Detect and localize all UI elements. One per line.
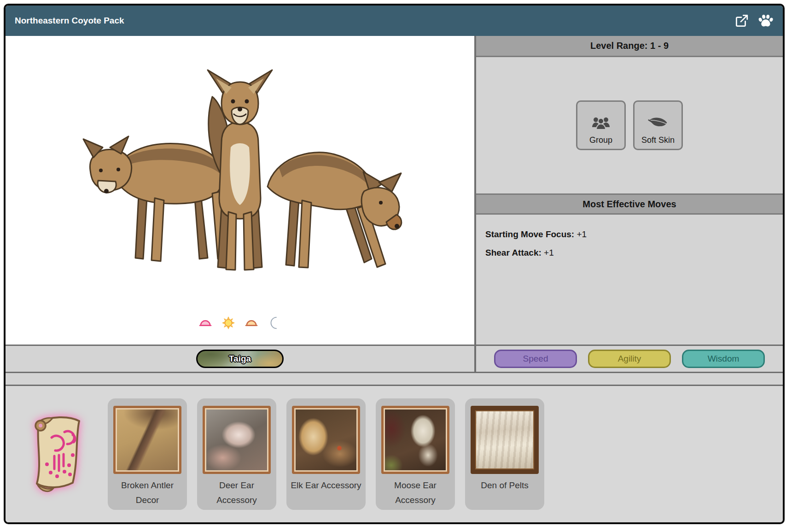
effective-moves-list: Starting Move Focus: +1 Shear Attack: +1 (476, 215, 783, 345)
dusk-icon (245, 316, 258, 330)
main-area: Level Range: 1 - 9 Group (6, 36, 783, 345)
drops-panel: Broken Antler Decor Deer Ear Accessory E… (6, 386, 783, 522)
drop-card-label: Elk Ear Accessory (288, 478, 364, 493)
night-icon (268, 316, 281, 330)
move-entry: Starting Move Focus: +1 (485, 229, 774, 240)
move-value: +1 (544, 248, 554, 257)
stat-pill-wisdom[interactable]: Wisdom (682, 350, 765, 368)
drop-card-list: Broken Antler Decor Deer Ear Accessory E… (108, 398, 544, 510)
drop-card-label: Broken Antler Decor (108, 478, 187, 508)
drop-card-moose-ear-accessory[interactable]: Moose Ear Accessory (376, 398, 455, 510)
drop-card-label: Deer Ear Accessory (197, 478, 276, 508)
trait-button-group[interactable]: Group (576, 100, 626, 150)
dawn-icon (198, 316, 212, 330)
trait-label: Soft Skin (641, 135, 675, 145)
enemy-info-panel: Level Range: 1 - 9 Group (474, 36, 783, 345)
page-title: Northeastern Coyote Pack (15, 16, 124, 26)
feather-icon (648, 114, 668, 132)
drop-card-den-of-pelts[interactable]: Den of Pelts (465, 398, 544, 510)
stat-pill-agility[interactable]: Agility (588, 350, 671, 368)
paw-icon[interactable] (757, 12, 774, 29)
drop-card-elk-ear-accessory[interactable]: Elk Ear Accessory (286, 398, 366, 510)
divider-band (6, 373, 783, 386)
level-range-header: Level Range: 1 - 9 (476, 36, 783, 57)
stat-pill-speed[interactable]: Speed (494, 350, 577, 368)
effective-moves-header: Most Effective Moves (476, 193, 783, 215)
habitat-section: Taiga (6, 346, 474, 372)
elk-ear-accessory-image (292, 406, 360, 474)
drop-card-deer-ear-accessory[interactable]: Deer Ear Accessory (197, 398, 276, 510)
artwork-panel (6, 36, 474, 345)
drop-card-label: Moose Ear Accessory (376, 478, 455, 508)
recipe-scroll-icon[interactable] (25, 414, 90, 495)
drop-card-broken-antler-decor[interactable]: Broken Antler Decor (108, 398, 187, 510)
biome-badge-taiga[interactable]: Taiga (196, 350, 284, 368)
move-entry: Shear Attack: +1 (485, 248, 774, 258)
move-label: Starting Move Focus: (485, 229, 574, 239)
habitat-stats-row: Taiga Speed Agility Wisdom (6, 345, 783, 373)
trait-button-soft-skin[interactable]: Soft Skin (633, 100, 683, 150)
day-icon (221, 316, 235, 330)
move-label: Shear Attack: (485, 248, 542, 257)
external-link-icon[interactable] (733, 12, 750, 29)
coyote-pack-illustration (70, 60, 410, 281)
drop-card-label: Den of Pelts (478, 478, 531, 493)
time-of-day-row (198, 316, 281, 330)
traits-section: Group Soft Skin (476, 57, 783, 193)
move-value: +1 (577, 229, 587, 239)
trait-label: Group (589, 135, 612, 145)
broken-antler-decor-image (113, 406, 181, 474)
group-icon (591, 114, 611, 132)
den-of-pelts-image (471, 406, 539, 474)
weak-stats-section: Speed Agility Wisdom (474, 346, 783, 372)
moose-ear-accessory-image (381, 406, 449, 474)
deer-ear-accessory-image (203, 406, 271, 474)
pack-info-window: Northeastern Coyote Pack (4, 4, 785, 524)
title-bar: Northeastern Coyote Pack (6, 6, 783, 36)
